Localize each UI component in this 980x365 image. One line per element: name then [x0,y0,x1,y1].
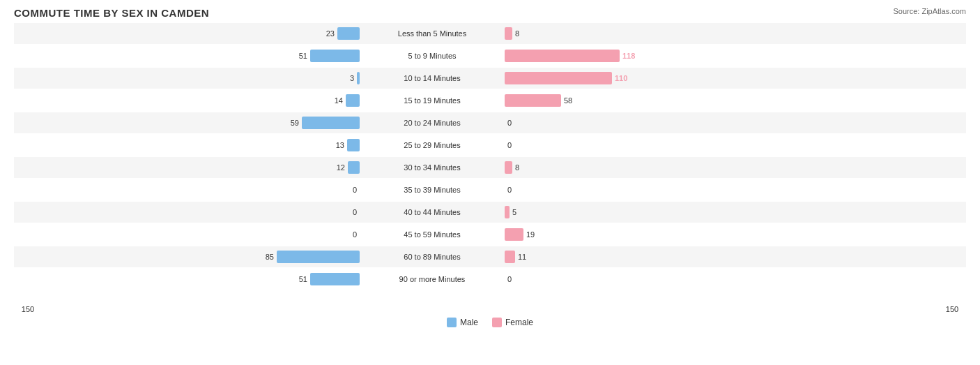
female-value: 19 [526,230,544,239]
legend-male-box [447,318,457,327]
chart-title: COMMUTE TIME BY SEX IN CAMDEN [14,7,966,19]
female-side: 5 [502,206,850,218]
chart-row: 14 15 to 19 Minutes 58 [14,90,966,111]
male-value: 0 [339,186,357,194]
male-side: 23 [14,27,362,40]
legend-female-label: Female [505,318,533,327]
male-side: 51 [14,50,362,62]
female-side: 19 [502,228,850,241]
female-value: 0 [507,119,525,127]
female-bar [505,228,523,241]
male-value: 59 [282,119,299,127]
female-side: 0 [502,117,850,129]
row-label: 90 or more Minutes [362,275,502,283]
female-side: 0 [502,273,850,285]
male-bar [346,94,360,107]
male-bar [277,251,360,263]
female-bar [505,206,510,218]
chart-row: 3 10 to 14 Minutes 110 [14,68,966,89]
chart-area: 23 Less than 5 Minutes 8 51 5 to 9 Minut… [14,23,966,302]
legend-male: Male [447,318,478,327]
female-value: 8 [515,29,533,38]
row-label: 25 to 29 Minutes [362,141,502,149]
row-label: 60 to 89 Minutes [362,253,502,261]
female-side: 0 [502,139,850,151]
male-bar [302,117,360,129]
male-value: 0 [339,230,357,239]
female-value: 110 [615,74,632,82]
row-label: 35 to 39 Minutes [362,186,502,194]
male-value: 0 [339,208,357,216]
chart-row: 85 60 to 89 Minutes 11 [14,246,966,267]
row-label: 5 to 9 Minutes [362,52,502,60]
female-value: 118 [622,52,640,60]
male-value: 51 [290,275,307,283]
male-value: 51 [290,52,307,60]
female-value: 11 [518,253,535,261]
row-label: 40 to 44 Minutes [362,208,502,216]
female-value: 5 [512,208,530,216]
female-side: 58 [502,94,850,107]
chart-row: 13 25 to 29 Minutes 0 [14,135,966,156]
male-side: 0 [14,228,362,241]
female-value: 8 [515,163,533,172]
male-side: 85 [14,251,362,263]
male-bar [310,273,360,285]
male-side: 51 [14,273,362,285]
male-bar [357,72,360,84]
male-side: 14 [14,94,362,107]
source-label: Source: ZipAtlas.com [893,7,966,15]
axis-right: 150 [938,305,966,313]
female-value: 0 [507,141,525,149]
male-side: 13 [14,139,362,151]
female-bar [505,72,612,84]
row-label: 30 to 34 Minutes [362,163,502,172]
row-label: Less than 5 Minutes [362,29,502,38]
legend-female-box [492,318,502,327]
chart-row: 23 Less than 5 Minutes 8 [14,23,966,44]
row-label: 20 to 24 Minutes [362,119,502,127]
chart-container: COMMUTE TIME BY SEX IN CAMDEN Source: Zi… [0,0,980,365]
chart-row: 0 35 to 39 Minutes 0 [14,179,966,200]
chart-row: 0 45 to 59 Minutes 19 [14,224,966,245]
male-value: 3 [337,74,354,82]
female-value: 0 [507,186,525,194]
male-value: 13 [327,141,344,149]
row-label: 15 to 19 Minutes [362,96,502,105]
male-value: 14 [326,96,343,105]
male-side: 0 [14,184,362,196]
female-side: 11 [502,251,850,263]
male-side: 59 [14,117,362,129]
male-value: 12 [328,163,345,172]
female-side: 8 [502,27,850,40]
female-bar [505,94,561,107]
male-value: 23 [317,29,335,38]
female-side: 110 [502,72,850,84]
legend: Male Female [14,318,966,327]
female-side: 0 [502,184,850,196]
chart-row: 0 40 to 44 Minutes 5 [14,202,966,223]
female-value: 0 [507,275,525,283]
male-bar [310,50,360,62]
male-side: 3 [14,72,362,84]
female-bar [505,161,512,174]
male-bar [347,139,360,151]
male-value: 85 [257,253,274,261]
legend-male-label: Male [460,318,478,327]
female-bar [505,50,620,62]
female-side: 118 [502,50,850,62]
male-bar [348,161,360,174]
row-label: 10 to 14 Minutes [362,74,502,82]
male-bar [337,27,360,40]
chart-row: 51 5 to 9 Minutes 118 [14,45,966,66]
axis-row: 150 150 [14,305,966,313]
female-bar [505,27,512,40]
male-side: 12 [14,161,362,174]
chart-row: 51 90 or more Minutes 0 [14,269,966,290]
male-side: 0 [14,206,362,218]
chart-row: 12 30 to 34 Minutes 8 [14,157,966,178]
axis-left: 150 [14,305,42,313]
legend-female: Female [492,318,533,327]
chart-row: 59 20 to 24 Minutes 0 [14,112,966,133]
female-bar [505,251,515,263]
